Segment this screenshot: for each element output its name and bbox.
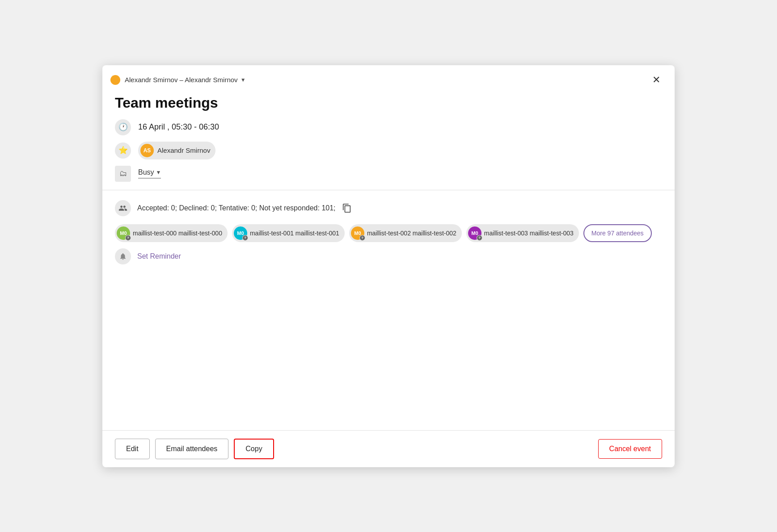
attendees-header-row: Accepted: 0; Declined: 0; Tentative: 0; … [115, 200, 662, 216]
event-time: 16 April , 05:30 - 06:30 [138, 122, 219, 132]
reminder-icon [115, 248, 131, 264]
attendee-name-3: maillist-test-003 maillist-test-003 [484, 230, 574, 237]
dialog-footer: Edit Email attendees Copy Cancel event [102, 430, 675, 467]
header-user-label: Alexandr Smirnov – Alexandr Smirnov ▼ [125, 76, 246, 84]
time-row: 🕐 16 April , 05:30 - 06:30 [115, 119, 662, 135]
attendee-avatar-2: M0 ? [351, 226, 364, 240]
attendee-name-2: maillist-test-002 maillist-test-002 [367, 230, 456, 237]
attendee-name-1: maillist-test-001 maillist-test-001 [250, 230, 339, 237]
attendees-grid: M0 ? maillist-test-000 maillist-test-000… [115, 224, 662, 242]
status-label: Busy [138, 168, 154, 176]
header-left: Alexandr Smirnov – Alexandr Smirnov ▼ [110, 75, 246, 85]
attendee-avatar-0: M0 ? [117, 226, 130, 240]
attendees-icon [115, 200, 131, 216]
question-badge-2: ? [359, 235, 365, 241]
header-chevron-icon[interactable]: ▼ [241, 77, 246, 83]
organizer-chip: AS Alexandr Smirnov [138, 142, 215, 159]
attendee-avatar-3: M0 ? [468, 226, 481, 240]
event-info-section: 🕐 16 April , 05:30 - 06:30 ⭐ AS Alexandr… [102, 119, 675, 190]
email-attendees-button[interactable]: Email attendees [155, 439, 229, 459]
organizer-name: Alexandr Smirnov [157, 147, 210, 154]
close-button[interactable]: ✕ [650, 73, 662, 87]
status-selector[interactable]: Busy ▼ [138, 168, 161, 179]
dialog-header: Alexandr Smirnov – Alexandr Smirnov ▼ ✕ [102, 65, 675, 91]
status-chevron-icon: ▼ [156, 169, 161, 176]
organizer-row: ⭐ AS Alexandr Smirnov [115, 142, 662, 159]
header-user-text: Alexandr Smirnov – Alexandr Smirnov [125, 76, 238, 84]
organizer-icon: ⭐ [115, 142, 131, 159]
attendee-chip-2: M0 ? maillist-test-002 maillist-test-002 [349, 224, 462, 242]
set-reminder-button[interactable]: Set Reminder [137, 252, 181, 260]
status-row: 🗂 Busy ▼ [115, 166, 662, 182]
attendee-chip-3: M0 ? maillist-test-003 maillist-test-003 [466, 224, 579, 242]
edit-button[interactable]: Edit [115, 439, 150, 459]
attendee-chip-0: M0 ? maillist-test-000 maillist-test-000 [115, 224, 228, 242]
attendees-stats: Accepted: 0; Declined: 0; Tentative: 0; … [137, 204, 336, 212]
attendee-avatar-1: M0 ? [234, 226, 247, 240]
question-badge-3: ? [477, 235, 482, 241]
event-detail-dialog: Alexandr Smirnov – Alexandr Smirnov ▼ ✕ … [102, 65, 675, 467]
clock-icon: 🕐 [115, 119, 131, 135]
attendee-name-0: maillist-test-000 maillist-test-000 [133, 230, 222, 237]
status-icon: 🗂 [115, 166, 131, 182]
copy-button[interactable]: Copy [234, 439, 274, 459]
question-badge-1: ? [242, 235, 248, 241]
cancel-event-button[interactable]: Cancel event [598, 439, 662, 459]
reminder-row: Set Reminder [115, 248, 662, 264]
attendee-chip-1: M0 ? maillist-test-001 maillist-test-001 [232, 224, 345, 242]
organizer-avatar: AS [140, 144, 154, 157]
copy-attendees-icon-button[interactable] [342, 203, 352, 213]
attendees-section: Accepted: 0; Declined: 0; Tentative: 0; … [102, 190, 675, 430]
more-attendees-button[interactable]: More 97 attendees [583, 224, 652, 242]
user-avatar-dot [110, 75, 120, 85]
event-title: Team meetings [102, 91, 675, 119]
question-badge-0: ? [125, 235, 131, 241]
footer-actions-left: Edit Email attendees Copy [115, 439, 274, 459]
